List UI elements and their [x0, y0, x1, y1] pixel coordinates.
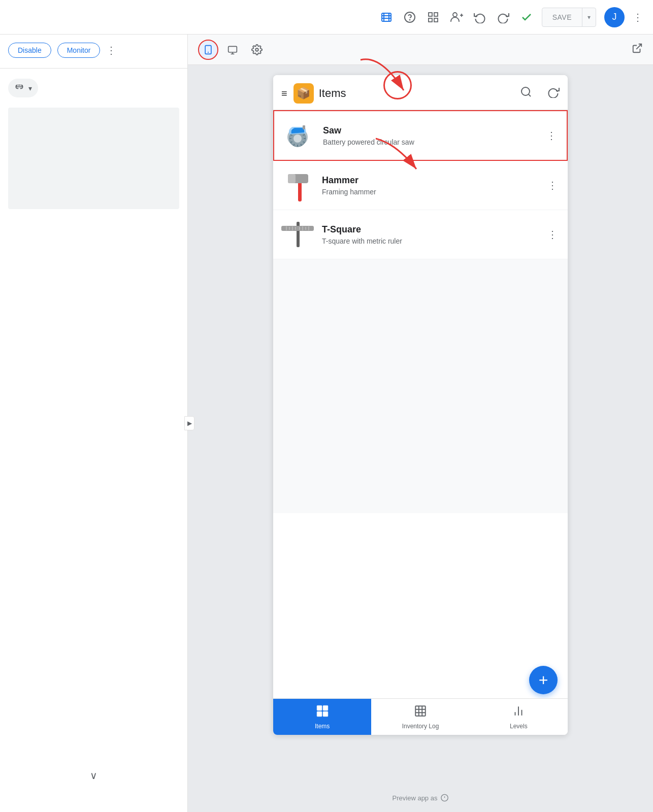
svg-rect-52 [317, 705, 322, 710]
svg-rect-56 [415, 706, 426, 716]
svg-point-19 [255, 48, 258, 51]
scroll-down-icon[interactable]: ∨ [90, 769, 97, 782]
more-options-icon[interactable]: ⋮ [633, 11, 643, 23]
hammer-illustration [284, 169, 312, 201]
left-panel-divider [0, 68, 187, 69]
svg-line-22 [529, 94, 531, 96]
saw-info: Saw Battery powered circular saw [323, 125, 544, 146]
tab-inventory-log[interactable]: Inventory Log [371, 699, 469, 735]
preview-label: Preview app as [393, 794, 449, 802]
svg-point-7 [453, 13, 457, 17]
tsquare-more-icon[interactable]: ⋮ [545, 226, 560, 243]
left-gray-block [8, 108, 179, 209]
items-tab-label: Items [315, 723, 330, 730]
toolbar-icons [379, 10, 534, 24]
saw-illustration [282, 119, 315, 152]
disable-button[interactable]: Disable [8, 43, 51, 58]
svg-rect-39 [298, 181, 302, 201]
list-item-saw[interactable]: Saw Battery powered circular saw ⋮ [273, 110, 568, 161]
tsquare-illustration [281, 222, 314, 247]
svg-rect-41 [288, 174, 296, 183]
items-tab-icon [316, 704, 329, 721]
svg-point-2 [409, 19, 410, 20]
collapse-panel-arrow[interactable]: ▶ [184, 416, 194, 430]
hammer-description: Framing hammer [322, 188, 545, 196]
svg-rect-4 [434, 13, 438, 16]
list-item-tsquare[interactable]: T-Square T-square with metric ruler ⋮ [273, 210, 568, 259]
saw-name: Saw [323, 125, 544, 136]
inventory-log-tab-label: Inventory Log [402, 723, 439, 730]
app-preview: ≡ 📦 Items [273, 75, 568, 735]
svg-rect-16 [228, 46, 237, 52]
list-item-hammer[interactable]: Hammer Framing hammer ⋮ [273, 161, 568, 210]
chevron-down-icon: ▾ [28, 84, 32, 92]
add-person-icon[interactable] [449, 10, 464, 24]
app-icon: 📦 [297, 87, 310, 100]
hamburger-icon[interactable]: ≡ [281, 88, 287, 99]
refresh-icon[interactable] [547, 86, 560, 101]
svg-rect-54 [317, 712, 322, 717]
tab-levels[interactable]: Levels [470, 699, 568, 735]
hammer-name: Hammer [322, 175, 545, 186]
search-icon[interactable] [520, 86, 532, 101]
list-empty-area [273, 259, 568, 513]
svg-line-20 [636, 44, 641, 49]
saw-more-icon[interactable]: ⋮ [544, 127, 559, 144]
right-panel: ≡ 📦 Items [188, 35, 653, 812]
svg-rect-0 [382, 13, 391, 21]
external-link-icon[interactable] [632, 43, 643, 56]
hammer-icon [281, 169, 314, 201]
desktop-view-icon[interactable] [222, 40, 243, 60]
saw-icon [282, 119, 315, 152]
app-title: Items [319, 87, 520, 100]
tsquare-description: T-square with metric ruler [322, 237, 545, 245]
svg-point-21 [521, 87, 530, 95]
check-icon [519, 10, 534, 24]
app-icon-box: 📦 [293, 83, 314, 104]
svg-rect-55 [323, 712, 328, 717]
tsquare-icon [281, 218, 314, 251]
link-toggle[interactable]: ▾ [8, 79, 38, 97]
monitor-button[interactable]: Monitor [57, 43, 101, 58]
svg-rect-29 [304, 138, 306, 139]
redo-icon[interactable] [496, 10, 510, 24]
tsquare-info: T-Square T-square with metric ruler [322, 224, 545, 245]
preview-label-text: Preview app as [393, 794, 438, 802]
levels-tab-icon [512, 704, 525, 721]
add-item-fab[interactable]: + [529, 666, 558, 694]
bottom-tabs: Items Inventory Log [273, 698, 568, 735]
svg-rect-32 [297, 145, 298, 147]
help-icon[interactable] [403, 10, 417, 24]
svg-rect-42 [297, 222, 300, 247]
undo-icon[interactable] [473, 10, 487, 24]
avatar[interactable]: J [604, 7, 625, 27]
link-icon [14, 82, 24, 94]
levels-tab-label: Levels [510, 723, 528, 730]
saw-description: Battery powered circular saw [323, 138, 544, 146]
svg-rect-53 [323, 705, 328, 710]
svg-rect-6 [434, 18, 438, 22]
panel-more-icon[interactable]: ⋮ [106, 44, 116, 56]
app-header: ≡ 📦 Items [273, 75, 568, 110]
svg-rect-35 [289, 138, 291, 139]
svg-rect-5 [429, 18, 432, 22]
save-button-group[interactable]: SAVE ▾ [542, 8, 596, 27]
svg-rect-38 [303, 125, 305, 129]
mobile-view-icon[interactable] [198, 40, 218, 60]
hammer-info: Hammer Framing hammer [322, 175, 545, 196]
main-area: Disable Monitor ⋮ ▾ ∨ ▶ [0, 35, 653, 812]
eye-icon[interactable] [379, 10, 394, 24]
svg-rect-3 [429, 13, 432, 16]
save-button[interactable]: SAVE [542, 9, 582, 25]
top-toolbar: SAVE ▾ J ⋮ [0, 0, 653, 35]
grid-icon[interactable] [426, 10, 440, 24]
settings-icon[interactable] [247, 40, 267, 60]
inventory-log-tab-icon [414, 704, 427, 721]
tsquare-name: T-Square [322, 224, 545, 235]
tab-items[interactable]: Items [273, 699, 371, 735]
secondary-toolbar [188, 35, 653, 65]
save-dropdown-arrow[interactable]: ▾ [582, 10, 596, 25]
svg-point-25 [293, 134, 302, 143]
hammer-more-icon[interactable]: ⋮ [545, 177, 560, 193]
left-panel: Disable Monitor ⋮ ▾ ∨ ▶ [0, 35, 188, 812]
